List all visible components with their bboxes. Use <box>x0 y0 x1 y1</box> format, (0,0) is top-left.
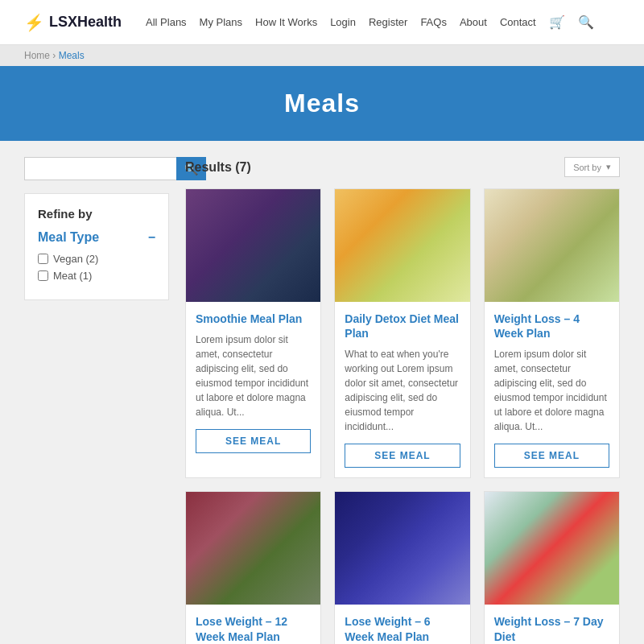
meal-card-body: Weight Loss – 7 Day Diet Lorem ipsum dol… <box>485 605 619 644</box>
meal-title: Weight Loss – 7 Day Diet <box>494 614 609 643</box>
meal-card: Lose Weight – 12 Week Meal Plan Lorem ip… <box>185 491 321 644</box>
site-header: ⚡ LSXHealth All Plans My Plans How It Wo… <box>0 0 644 45</box>
see-meal-button[interactable]: SEE MEAL <box>196 429 311 453</box>
see-meal-button[interactable]: SEE MEAL <box>494 444 609 468</box>
meal-title: Lose Weight – 12 Week Meal Plan <box>196 614 311 643</box>
meal-card: Weight Loss – 4 Week Plan Lorem ipsum do… <box>484 188 620 478</box>
meal-card-body: Lose Weight – 12 Week Meal Plan Lorem ip… <box>186 605 320 644</box>
meal-card: Daily Detox Diet Meal Plan What to eat w… <box>334 188 470 478</box>
meal-title: Smoothie Meal Plan <box>196 312 311 326</box>
meal-card-body: Lose Weight – 6 Week Meal Plan Lorem ips… <box>335 605 469 644</box>
meal-image <box>485 189 619 302</box>
meat-checkbox[interactable] <box>38 270 48 281</box>
sidebar: 🔍 Refine by Meal Type − Vegan (2) Meat (… <box>24 157 169 644</box>
nav-about[interactable]: About <box>460 16 487 28</box>
meal-description: Lorem ipsum dolor sit amet, consectetur … <box>494 347 609 434</box>
meal-card: Smoothie Meal Plan Lorem ipsum dolor sit… <box>185 188 321 478</box>
main-content: 🔍 Refine by Meal Type − Vegan (2) Meat (… <box>0 141 644 644</box>
breadcrumb-home[interactable]: Home <box>24 50 50 61</box>
meal-card-body: Daily Detox Diet Meal Plan What to eat w… <box>335 302 469 477</box>
meal-image <box>186 189 320 302</box>
nav-login[interactable]: Login <box>330 16 356 28</box>
breadcrumb: Home › Meals <box>0 45 644 66</box>
meal-title: Lose Weight – 6 Week Meal Plan <box>345 614 460 643</box>
breadcrumb-current: Meals <box>59 50 85 61</box>
meal-image <box>335 492 469 605</box>
nav-contact[interactable]: Contact <box>500 16 536 28</box>
meal-card-body: Smoothie Meal Plan Lorem ipsum dolor sit… <box>186 302 320 463</box>
meal-image <box>335 189 469 302</box>
filter-vegan: Vegan (2) <box>38 253 155 265</box>
chevron-down-icon: ▾ <box>606 162 611 172</box>
cart-icon[interactable]: 🛒 <box>549 14 565 30</box>
see-meal-button[interactable]: SEE MEAL <box>345 444 460 468</box>
vegan-checkbox[interactable] <box>38 254 48 264</box>
page-title: Meals <box>23 89 621 118</box>
search-input[interactable] <box>24 157 176 180</box>
search-icon[interactable]: 🔍 <box>578 14 594 30</box>
results-section: Results (7) Sort by ▾ Smoothie Meal Plan… <box>185 157 620 644</box>
results-count: Results (7) <box>185 160 251 175</box>
meal-title: Daily Detox Diet Meal Plan <box>345 312 460 341</box>
meal-type-label: Meal Type <box>38 230 99 245</box>
sort-by-label: Sort by <box>573 163 601 172</box>
meal-title: Weight Loss – 4 Week Plan <box>494 312 609 341</box>
meal-card: Lose Weight – 6 Week Meal Plan Lorem ips… <box>334 491 470 644</box>
sort-by-dropdown[interactable]: Sort by ▾ <box>564 157 620 177</box>
main-nav: All Plans My Plans How It Works Login Re… <box>146 14 620 30</box>
lightning-icon: ⚡ <box>24 13 44 32</box>
nav-register[interactable]: Register <box>369 16 407 28</box>
site-logo[interactable]: ⚡ LSXHealth <box>24 13 122 32</box>
nav-my-plans[interactable]: My Plans <box>200 16 242 28</box>
meal-description: Lorem ipsum dolor sit amet, consectetur … <box>196 332 311 419</box>
meal-grid: Smoothie Meal Plan Lorem ipsum dolor sit… <box>185 188 620 644</box>
meat-label: Meat (1) <box>53 270 92 282</box>
vegan-label: Vegan (2) <box>53 253 98 265</box>
filter-box: Refine by Meal Type − Vegan (2) Meat (1) <box>24 193 169 300</box>
filter-meat: Meat (1) <box>38 270 155 282</box>
search-bar: 🔍 <box>24 157 169 180</box>
nav-faqs[interactable]: FAQs <box>420 16 447 28</box>
nav-all-plans[interactable]: All Plans <box>146 16 187 28</box>
meal-image <box>186 492 320 605</box>
hero-banner: Meals <box>0 66 644 141</box>
meal-card: Weight Loss – 7 Day Diet Lorem ipsum dol… <box>484 491 620 644</box>
nav-how-it-works[interactable]: How It Works <box>255 16 317 28</box>
results-header: Results (7) Sort by ▾ <box>185 157 620 177</box>
meal-image <box>485 492 619 605</box>
meal-type-toggle[interactable]: Meal Type − <box>38 230 155 245</box>
meal-card-body: Weight Loss – 4 Week Plan Lorem ipsum do… <box>485 302 619 477</box>
logo-text: LSXHealth <box>49 14 122 31</box>
refine-by-label: Refine by <box>38 207 155 221</box>
meal-description: What to eat when you're working out Lore… <box>345 347 460 434</box>
collapse-icon: − <box>148 230 155 245</box>
